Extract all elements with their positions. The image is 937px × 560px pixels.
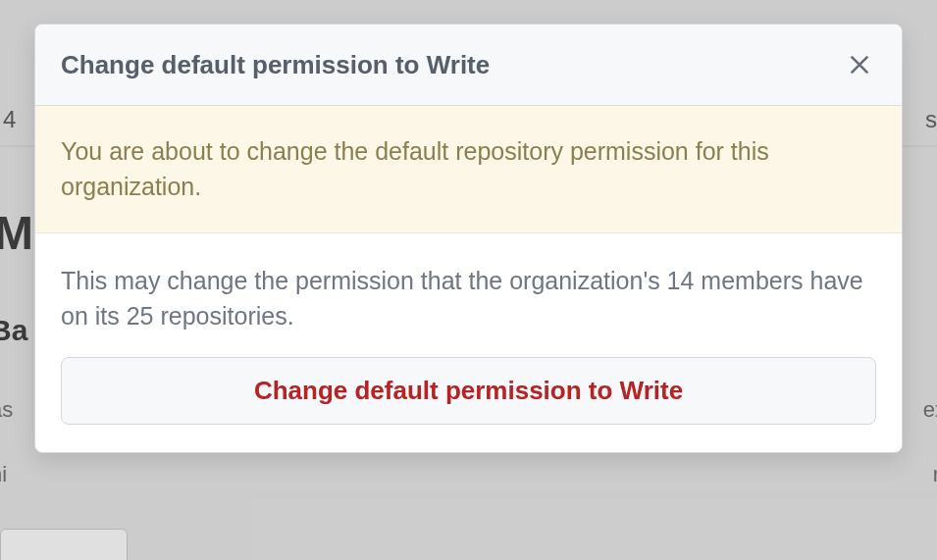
modal-header: Change default permission to Write: [35, 25, 902, 106]
warning-text: You are about to change the default repo…: [61, 133, 876, 205]
modal-body: This may change the permission that the …: [35, 233, 902, 358]
modal-title: Change default permission to Write: [61, 50, 490, 80]
body-text: This may change the permission that the …: [61, 263, 876, 334]
modal-footer: Change default permission to Write: [35, 357, 902, 452]
close-icon: [847, 52, 872, 77]
change-permission-modal: Change default permission to Write You a…: [34, 24, 903, 453]
close-button[interactable]: [843, 48, 876, 81]
modal-warning-banner: You are about to change the default repo…: [35, 106, 902, 233]
confirm-change-permission-button[interactable]: Change default permission to Write: [61, 357, 876, 425]
